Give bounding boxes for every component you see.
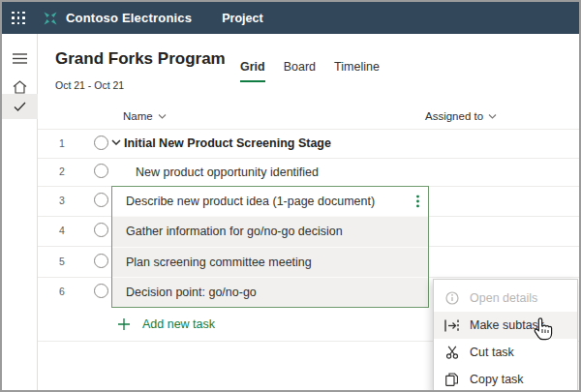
sidebar-item-tasks[interactable] — [2, 94, 38, 119]
add-new-task-button[interactable]: Add new task — [118, 308, 215, 341]
row-number: 6 — [55, 286, 69, 297]
app-launcher-waffle-icon[interactable] — [12, 12, 25, 25]
chevron-down-icon — [488, 114, 497, 119]
task-context-menu: Open details Make subtask — [433, 279, 578, 392]
menu-item-copy-task[interactable]: Copy task — [434, 366, 577, 392]
add-new-task-label: Add new task — [142, 317, 215, 331]
column-header-name-label: Name — [123, 110, 153, 122]
task-complete-circle[interactable] — [94, 136, 108, 150]
brand-name: Contoso Electronics — [66, 11, 192, 25]
row-number: 2 — [55, 166, 69, 177]
task-complete-circle[interactable] — [94, 284, 108, 298]
row-number: 1 — [55, 137, 69, 149]
task-name[interactable]: Initial New Product Screening Stage — [124, 136, 331, 150]
app-top-bar: Contoso Electronics Project — [2, 2, 579, 34]
chevron-down-icon — [158, 114, 167, 119]
menu-item-make-subtask[interactable]: Make subtask — [434, 312, 577, 339]
collapse-chevron-icon[interactable] — [111, 139, 121, 145]
page-title: Grand Forks Program — [55, 49, 226, 69]
column-header-name[interactable]: Name — [123, 110, 167, 122]
task-name: Decision point: go/no-go — [126, 286, 257, 299]
tab-timeline[interactable]: Timeline — [334, 60, 380, 82]
task-complete-circle[interactable] — [94, 193, 108, 207]
selected-cells-block: Describe new product idea (1-page docume… — [111, 186, 429, 308]
selected-task-cell[interactable]: Describe new product idea (1-page docume… — [112, 187, 428, 216]
menu-item-label: Make subtask — [470, 318, 544, 332]
left-nav-rail — [2, 34, 38, 390]
task-complete-circle[interactable] — [94, 223, 108, 237]
plus-icon — [118, 318, 130, 330]
project-date-range: Oct 21 - Oct 21 — [55, 79, 124, 91]
row-number: 3 — [55, 195, 69, 206]
menu-item-label: Cut task — [470, 346, 514, 359]
task-complete-circle[interactable] — [94, 164, 108, 178]
tab-board[interactable]: Board — [284, 60, 316, 82]
task-name: Gather information for go/no-go decision — [126, 225, 343, 238]
scissors-icon — [444, 346, 459, 359]
menu-hamburger-icon — [13, 53, 27, 64]
menu-item-label: Open details — [470, 291, 537, 305]
copy-icon — [444, 373, 459, 386]
tab-grid[interactable]: Grid — [240, 60, 265, 82]
project-app-window: Contoso Electronics Project Grand Forks … — [0, 0, 581, 392]
divider — [38, 129, 579, 130]
row-number: 5 — [55, 256, 69, 267]
menu-item-label: Copy task — [470, 373, 524, 386]
home-icon — [13, 80, 27, 94]
menu-item-cut-task[interactable]: Cut task — [434, 339, 577, 366]
selected-task-cell[interactable]: Gather information for go/no-go decision — [112, 216, 428, 246]
product-name[interactable]: Project — [222, 12, 262, 25]
task-name: Plan screening committee meeting — [126, 256, 312, 269]
task-name: Describe new product idea (1-page docume… — [126, 195, 375, 208]
menu-item-open-details[interactable]: Open details — [434, 285, 577, 312]
info-icon — [444, 291, 459, 305]
make-subtask-icon — [444, 319, 459, 332]
selected-task-cell[interactable]: Plan screening committee meeting — [112, 247, 428, 277]
selected-task-cell[interactable]: Decision point: go/no-go — [112, 277, 428, 307]
nav-expand-button[interactable] — [2, 45, 38, 71]
row-kebab-menu-icon[interactable] — [416, 196, 419, 208]
view-tabs: Grid Board Timeline — [240, 60, 380, 82]
column-header-assigned-label: Assigned to — [425, 110, 483, 122]
task-complete-circle[interactable] — [94, 254, 108, 268]
divider — [38, 158, 579, 159]
row-number: 4 — [55, 225, 69, 236]
column-header-assigned-to[interactable]: Assigned to — [425, 110, 497, 122]
task-name[interactable]: New product opportunity identified — [136, 166, 319, 179]
checkmark-icon — [14, 102, 26, 111]
contoso-logo-icon — [43, 11, 58, 26]
